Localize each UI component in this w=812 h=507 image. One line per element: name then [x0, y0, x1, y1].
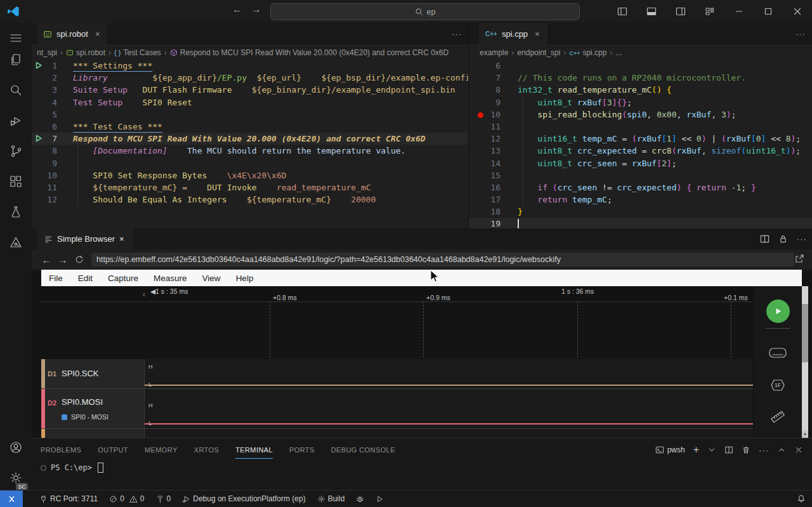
measure-ruler-button[interactable]	[754, 407, 802, 427]
tab-close-icon[interactable]: ×	[119, 234, 124, 244]
command-center-search[interactable]: ep	[270, 3, 580, 20]
remote-indicator[interactable]	[0, 491, 23, 507]
tab-close-icon[interactable]: ×	[535, 29, 540, 39]
code-editor-cpp[interactable]: 67// This code runs on a RP2040 microcon…	[469, 60, 812, 228]
breadcrumb-item[interactable]: C++spi.cpp	[569, 48, 606, 57]
accounts-icon[interactable]	[0, 432, 32, 463]
split-terminal-icon[interactable]	[724, 445, 733, 454]
testing-icon[interactable]	[0, 197, 32, 227]
notifications-bell-icon[interactable]	[797, 494, 806, 503]
channel-wave-D3[interactable]: HL	[145, 429, 754, 438]
panel-tab-memory[interactable]: MEMORY	[145, 442, 178, 459]
breakpoint[interactable]	[478, 112, 483, 118]
code-editor-robot[interactable]: 1*** Settings ***2Library ${ep_app_dir}/…	[32, 60, 468, 228]
toggle-secondary-sidebar-icon[interactable]	[666, 0, 695, 23]
run-debug-icon[interactable]	[0, 105, 32, 136]
status-item-debug-on-executionplatform-ep[interactable]: Debug on ExecutionPlatform (ep)	[182, 494, 305, 503]
search-view-icon[interactable]	[0, 75, 32, 105]
run-capture-button[interactable]	[754, 298, 802, 324]
open-external-icon[interactable]	[794, 254, 804, 264]
breadcrumb-item[interactable]: example	[480, 48, 508, 57]
channel-label-D3[interactable]: D3SPI0.MISOSPI0 - MISO	[41, 429, 145, 438]
panel-tab-problems[interactable]: PROBLEMS	[41, 442, 81, 459]
browser-reload-icon[interactable]	[71, 255, 88, 264]
menu-item-capture[interactable]: Capture	[100, 270, 146, 286]
breadcrumb-item[interactable]: ...	[615, 48, 622, 57]
panel-tab-output[interactable]: OUTPUT	[98, 442, 128, 459]
title-bar: ← → ep	[0, 0, 812, 23]
new-terminal-icon[interactable]: +	[693, 444, 699, 456]
play-icon	[376, 495, 384, 503]
close-window-icon[interactable]	[783, 0, 812, 23]
editor-actions-left[interactable]: ···	[452, 23, 462, 45]
code-line: 11 ${temperature_mC} = DUT Invoke read_t…	[32, 181, 468, 194]
channel-label-D2[interactable]: D2SPI0.MOSISPI0 - MOSI	[41, 389, 145, 429]
toggle-panel-icon[interactable]	[637, 0, 666, 23]
trigger-1f-button[interactable]: 1F	[754, 375, 802, 395]
breadcrumb-item[interactable]: endpoint_spi	[517, 48, 560, 57]
menu-item-file[interactable]: File	[41, 270, 70, 286]
status-item-build[interactable]: Build	[317, 494, 345, 503]
code-line: 8 [Documentation] The MCU should return …	[32, 145, 468, 157]
panel-more-actions-icon[interactable]: ···	[759, 445, 769, 455]
panel-tab-xrtos[interactable]: XRTOS	[194, 442, 219, 459]
history-forward-icon[interactable]: →	[251, 4, 261, 15]
tab-spi-cpp[interactable]: C++ spi.cpp ×	[479, 23, 547, 45]
breadcrumb-item[interactable]: Respond to MCU SPI Read With Value 20.00…	[170, 48, 449, 57]
run-test-button[interactable]	[35, 62, 43, 69]
breadcrumb-item[interactable]: { }Test Cases	[114, 48, 161, 57]
breadcrumb-item[interactable]: nt_spi	[37, 48, 57, 57]
kill-terminal-icon[interactable]	[742, 445, 750, 454]
tab-simple-browser[interactable]: Simple Browser ×	[37, 228, 133, 249]
settings-gear-icon[interactable]: SC	[0, 463, 32, 493]
terminal-content[interactable]: PS C:\ep>	[41, 463, 103, 473]
capture-device-button[interactable]	[754, 343, 802, 363]
preview-lock-icon[interactable]	[778, 234, 788, 244]
status-item-rc-port-3711[interactable]: RC Port: 3711	[39, 494, 98, 503]
channel-decoder-label[interactable]: SPI0 - MOSI	[62, 413, 108, 421]
panel-tab-debug-console[interactable]: DEBUG CONSOLE	[331, 442, 395, 459]
run-test-button[interactable]	[35, 135, 43, 142]
customize-layout-icon[interactable]	[695, 0, 724, 23]
editor-actions-right[interactable]: ···	[796, 23, 806, 45]
channel-wave-D1[interactable]: HL	[145, 359, 754, 389]
maximize-window-icon[interactable]	[754, 0, 783, 23]
plug-icon	[39, 495, 48, 503]
history-back-icon[interactable]: ←	[232, 4, 242, 15]
terminal-shell-select[interactable]: pwsh	[655, 445, 685, 454]
more-actions-icon[interactable]: ···	[797, 234, 807, 244]
url-input[interactable]: https://ep.embeff.com/42e5613db03640c4aa…	[91, 253, 794, 267]
browser-forward-icon[interactable]: →	[55, 254, 71, 265]
menu-item-view[interactable]: View	[195, 270, 228, 286]
menu-item-edit[interactable]: Edit	[70, 270, 100, 286]
channel-wave-D2[interactable]: HL	[145, 389, 754, 429]
toggle-primary-sidebar-icon[interactable]	[608, 0, 637, 23]
status-item-play[interactable]	[376, 495, 384, 503]
status-item-bug[interactable]	[356, 495, 364, 503]
panel-tab-terminal[interactable]: TERMINAL	[235, 442, 273, 459]
close-panel-icon[interactable]	[794, 445, 803, 454]
minimize-window-icon[interactable]	[724, 0, 754, 23]
ep-extension-icon[interactable]	[0, 227, 32, 258]
status-item-0[interactable]: 00	[109, 494, 144, 503]
panel-tab-ports[interactable]: PORTS	[289, 442, 315, 459]
explorer-icon[interactable]	[0, 44, 32, 75]
menu-item-measure[interactable]: Measure	[146, 270, 195, 286]
browser-back-icon[interactable]: ←	[38, 254, 55, 265]
collapse-labels-icon[interactable]: ‹	[143, 290, 145, 299]
extensions-icon[interactable]	[0, 166, 32, 197]
tab-spi-robot[interactable]: spi.robot ×	[37, 23, 107, 45]
source-control-icon[interactable]	[0, 136, 32, 166]
scrollbar-down-icon[interactable]: ▾	[802, 430, 808, 438]
split-editor-icon[interactable]	[760, 234, 769, 244]
analyzer-scrollbar[interactable]: ▾	[802, 286, 808, 438]
terminal-dropdown-icon[interactable]	[707, 445, 716, 454]
menu-item-help[interactable]: Help	[228, 270, 261, 286]
breadcrumb-item[interactable]: spi.robot	[66, 48, 105, 57]
scrollbar-thumb[interactable]	[802, 304, 808, 362]
maximize-panel-icon[interactable]	[777, 445, 786, 454]
timeline-ruler[interactable]: ‹ ◀1 s : 35 ms+0.8 ms+0.9 ms1 s : 36 ms+…	[41, 286, 754, 302]
tab-close-icon[interactable]: ×	[95, 29, 100, 39]
channel-label-D1[interactable]: D1SPI0.SCK	[41, 359, 145, 389]
status-item-0[interactable]: 0	[156, 494, 171, 503]
